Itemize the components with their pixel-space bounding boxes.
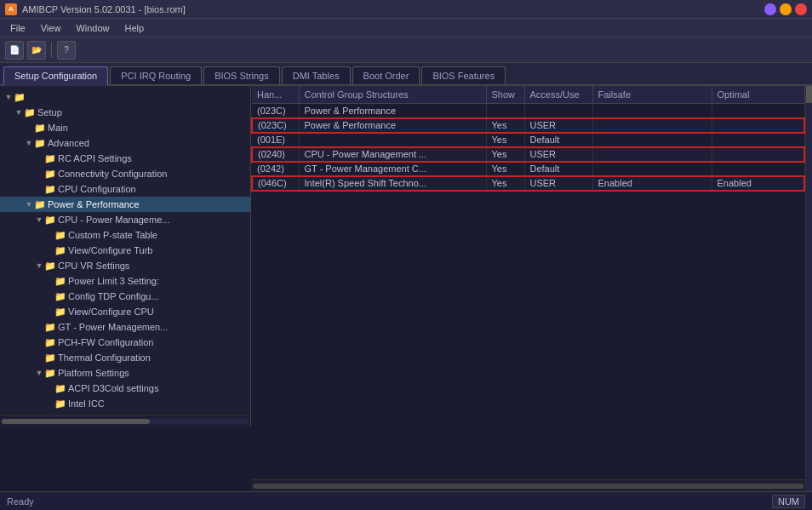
tree-item-cpu-power-mgmt[interactable]: ▼ 📁 CPU - Power Manageme...: [0, 212, 250, 227]
cell-show: [486, 104, 524, 118]
tree-item-rc-acpi[interactable]: 📁 RC ACPI Settings: [0, 151, 250, 166]
cell-failsafe: [592, 147, 712, 162]
minimize-button[interactable]: [764, 3, 776, 15]
cell-optimal: [712, 118, 804, 133]
col-access: Access/Use: [524, 86, 592, 104]
restore-button[interactable]: [780, 3, 792, 15]
tree-label-cpu-config: CPU Configuration: [58, 184, 136, 194]
table-row[interactable]: (0240)CPU - Power Management ...YesUSER: [252, 147, 804, 162]
menu-help[interactable]: Help: [118, 21, 152, 35]
tree-label-custom-p-state: Custom P-state Table: [68, 230, 157, 240]
col-control-group: Control Group Structures: [299, 86, 486, 104]
right-hscroll[interactable]: [251, 479, 805, 491]
table-row[interactable]: (023C)Power & Performance: [252, 104, 804, 118]
col-failsafe: Failsafe: [592, 86, 712, 104]
tree-label-setup: Setup: [37, 107, 62, 117]
toolbar-new[interactable]: 📄: [5, 41, 24, 60]
tree-hscroll[interactable]: [0, 415, 251, 427]
hscroll-thumb: [2, 419, 150, 424]
tab-bios-strings[interactable]: BIOS Strings: [203, 66, 280, 84]
tree-item-config-tdp[interactable]: 📁 Config TDP Configu...: [0, 289, 250, 304]
cell-handle: (001E): [252, 133, 299, 147]
tab-setup-configuration[interactable]: Setup Configuration: [3, 66, 108, 86]
table-header-row: Han... Control Group Structures Show Acc…: [252, 86, 804, 104]
toolbar-separator: [51, 43, 52, 58]
folder-icon-gt-power: 📁: [44, 322, 56, 333]
tree-item-custom-p-state[interactable]: 📁 Custom P-state Table: [0, 227, 250, 243]
right-vscroll[interactable]: [805, 86, 812, 491]
tab-dmi-tables[interactable]: DMI Tables: [282, 66, 351, 84]
tree-item-cpu-config[interactable]: 📁 CPU Configuration: [0, 181, 250, 197]
tree-item-view-turb[interactable]: 📁 View/Configure Turb: [0, 243, 250, 258]
tree-item-platform[interactable]: ▼ 📁 Platform Settings: [0, 365, 250, 381]
right-hscroll-track: [253, 484, 803, 489]
table-row[interactable]: (0242)GT - Power Management C...YesDefau…: [252, 162, 804, 176]
menu-file[interactable]: File: [3, 21, 32, 35]
folder-icon-pch-fw: 📁: [44, 337, 56, 348]
cell-access: [524, 104, 592, 118]
tree-item-power-limit3[interactable]: 📁 Power Limit 3 Setting:: [0, 273, 250, 289]
menu-window[interactable]: Window: [69, 21, 116, 35]
folder-icon-root: 📁: [14, 92, 26, 103]
tree-label-view-cpu: View/Configure CPU: [68, 307, 154, 317]
title-text: AMIBCP Version 5.02.0031 - [bios.rom]: [22, 4, 186, 14]
tree-item-main[interactable]: 📁 Main: [0, 120, 250, 135]
folder-icon-cpu-config: 📁: [44, 184, 56, 195]
cell-failsafe: [592, 104, 712, 118]
tree-item-cpu-vr[interactable]: ▼ 📁 CPU VR Settings: [0, 258, 250, 273]
toolbar-open[interactable]: 📂: [27, 41, 46, 60]
tree-label-rc-acpi: RC ACPI Settings: [58, 153, 132, 163]
cell-control-group: [299, 133, 486, 147]
tree-arrow-setup: ▼: [14, 108, 24, 117]
cell-show: Yes: [486, 176, 524, 191]
tree-item-root[interactable]: ▼ 📁: [0, 89, 250, 105]
tab-boot-order[interactable]: Boot Order: [352, 66, 420, 84]
tree-item-advanced[interactable]: ▼ 📁 Advanced: [0, 135, 250, 151]
cell-optimal: [712, 133, 804, 147]
cell-failsafe: Enabled: [592, 176, 712, 191]
col-handle: Han...: [252, 86, 299, 104]
hscroll-track: [2, 419, 249, 424]
folder-icon-power-limit3: 📁: [54, 276, 66, 287]
cell-access: USER: [524, 176, 592, 191]
tree-label-view-turb: View/Configure Turb: [68, 245, 152, 255]
toolbar: 📄 📂 ?: [0, 37, 812, 63]
tree-item-view-cpu[interactable]: 📁 View/Configure CPU: [0, 304, 250, 319]
tree-label-advanced: Advanced: [48, 138, 89, 148]
table-row[interactable]: (023C)Power & PerformanceYesUSER: [252, 118, 804, 133]
tree-item-setup[interactable]: ▼ 📁 Setup: [0, 105, 250, 120]
tree-item-connectivity[interactable]: 📁 Connectivity Configuration: [0, 166, 250, 181]
menu-view[interactable]: View: [34, 21, 68, 35]
tree-label-main: Main: [48, 123, 68, 133]
toolbar-help[interactable]: ?: [57, 41, 76, 60]
tree-item-pch-fw[interactable]: 📁 PCH-FW Configuration: [0, 335, 250, 350]
cell-handle: (046C): [252, 176, 299, 191]
folder-icon-cpu-power-mgmt: 📁: [44, 215, 56, 226]
tree-item-gt-power[interactable]: 📁 GT - Power Managemen...: [0, 319, 250, 335]
tree-arrow-cpu-power-mgmt: ▼: [34, 215, 44, 224]
tree-arrow-power-perf: ▼: [24, 200, 34, 209]
tree-item-power-perf[interactable]: ▼ 📁 Power & Performance: [0, 197, 250, 212]
folder-icon-rc-acpi: 📁: [44, 153, 56, 164]
tree-item-acpi-d3cold[interactable]: 📁 ACPI D3Cold settings: [0, 381, 250, 396]
cell-control-group: Power & Performance: [299, 104, 486, 118]
tree-item-intel-icc[interactable]: 📁 Intel ICC: [0, 396, 250, 411]
table-row[interactable]: (001E)YesDefault: [252, 133, 804, 147]
table-row[interactable]: (046C)Intel(R) Speed Shift Techno...YesU…: [252, 176, 804, 191]
cell-access: USER: [524, 147, 592, 162]
cell-optimal: [712, 104, 804, 118]
tree-item-thermal[interactable]: 📁 Thermal Configuration: [0, 350, 250, 365]
tree-panel[interactable]: ▼ 📁 ▼ 📁 Setup 📁 Main: [0, 86, 251, 415]
tree-label-platform: Platform Settings: [58, 368, 129, 378]
tab-bios-features[interactable]: BIOS Features: [421, 66, 506, 84]
tree-label-config-tdp: Config TDP Configu...: [68, 291, 159, 301]
folder-icon-thermal: 📁: [44, 352, 56, 364]
cell-show: Yes: [486, 133, 524, 147]
folder-icon-advanced: 📁: [34, 138, 46, 149]
table-container[interactable]: Han... Control Group Structures Show Acc…: [251, 86, 805, 479]
close-button[interactable]: [795, 3, 807, 15]
tree-label-cpu-power-mgmt: CPU - Power Manageme...: [58, 215, 169, 225]
tab-pci-irq-routing[interactable]: PCI IRQ Routing: [110, 66, 202, 84]
cell-control-group: GT - Power Management C...: [299, 162, 486, 176]
folder-icon-intel-icc: 📁: [54, 398, 66, 410]
